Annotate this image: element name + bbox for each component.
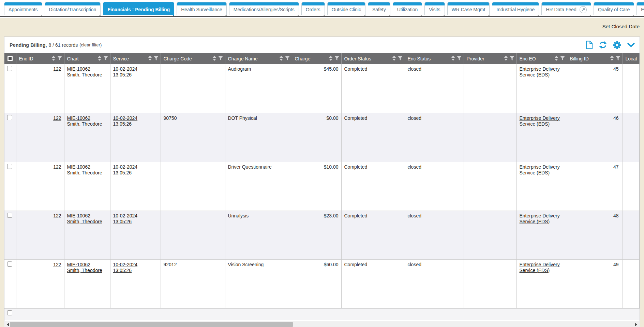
filter-icon[interactable] — [616, 56, 620, 61]
tab-medications-allergies-scripts[interactable]: Medications/Allergies/Scripts — [229, 2, 299, 15]
refresh-icon[interactable] — [599, 41, 607, 49]
tab-health-surveillance[interactable]: Health Surveillance — [177, 2, 227, 15]
row-checkbox[interactable] — [7, 164, 12, 169]
filter-icon[interactable] — [334, 56, 339, 61]
col-header-charge-name[interactable]: Charge Name — [225, 53, 292, 64]
col-header-provider[interactable]: Provider — [464, 53, 516, 64]
enc-id-link[interactable]: 122 — [53, 262, 61, 267]
filter-icon[interactable] — [560, 56, 565, 61]
service-time-link[interactable]: 13:05:26 — [113, 121, 158, 127]
service-date-link[interactable]: 10-02-2024 — [113, 262, 158, 268]
tab-outside-clinic[interactable]: Outside Clinic — [327, 2, 365, 15]
set-closed-date-link[interactable]: Set Closed Date — [602, 24, 640, 29]
tab-quality-of-care[interactable]: Quality of Care — [594, 2, 634, 15]
service-date-link[interactable]: 10-02-2024 — [113, 66, 158, 72]
filter-icon[interactable] — [103, 56, 108, 61]
sort-icon[interactable] — [504, 56, 508, 62]
scrollbar-thumb[interactable] — [10, 322, 293, 327]
service-date-link[interactable]: 10-02-2024 — [113, 213, 158, 219]
col-header-service[interactable]: Service — [110, 53, 161, 64]
sort-icon[interactable] — [51, 56, 56, 62]
col-header-billing-id[interactable]: Billing ID — [567, 53, 623, 64]
chart-id-link[interactable]: MIE-10062 — [67, 164, 107, 170]
sort-icon[interactable] — [392, 56, 396, 62]
tab-utilization[interactable]: Utilization — [393, 2, 422, 15]
service-date-link[interactable]: 10-02-2024 — [113, 115, 158, 121]
sort-icon[interactable] — [329, 56, 333, 62]
chart-id-link[interactable]: MIE-10062 — [67, 66, 107, 72]
row-checkbox[interactable] — [7, 310, 12, 315]
chevron-down-icon[interactable] — [627, 43, 635, 47]
chart-name-link[interactable]: Smith, Theodore — [67, 219, 107, 225]
enc-id-link[interactable]: 122 — [53, 213, 61, 218]
filter-icon[interactable] — [154, 56, 159, 61]
new-document-icon[interactable] — [586, 41, 593, 49]
enc-id-link[interactable]: 122 — [53, 66, 61, 72]
enc-eo-link[interactable]: Enterprise Delivery Service (EDS) — [520, 115, 560, 127]
chart-id-link[interactable]: MIE-10062 — [67, 115, 107, 121]
filter-icon[interactable] — [285, 56, 290, 61]
tab-dictation-transcription[interactable]: Dictation/Transcription — [45, 2, 101, 15]
tab-industrial-hygiene[interactable]: Industrial Hygiene — [492, 2, 539, 15]
col-header-select-all[interactable] — [4, 53, 16, 64]
chart-name-link[interactable]: Smith, Theodore — [67, 268, 107, 273]
tab-label: Appointments — [9, 7, 38, 12]
enc-eo-link[interactable]: Enterprise Delivery Service (EDS) — [520, 262, 560, 273]
horizontal-scrollbar[interactable] — [5, 322, 639, 327]
scroll-right-arrow[interactable] — [635, 323, 637, 326]
col-header-order-status[interactable]: Order Status — [341, 53, 405, 64]
tab-appointments[interactable]: Appointments — [4, 2, 42, 15]
filter-icon[interactable] — [510, 56, 514, 61]
filter-icon[interactable] — [457, 56, 462, 61]
enc-eo-link[interactable]: Enterprise Delivery Service (EDS) — [520, 213, 560, 224]
scroll-left-arrow[interactable] — [7, 323, 9, 326]
tab-hr-data-feed[interactable]: HR Data Feed — [541, 2, 591, 15]
enc-eo-link[interactable]: Enterprise Delivery Service (EDS) — [520, 66, 560, 77]
chart-name-link[interactable]: Smith, Theodore — [67, 72, 107, 78]
col-header-enc-eo[interactable]: Enc EO — [516, 53, 567, 64]
enc-id-link[interactable]: 122 — [53, 164, 61, 170]
chart-id-link[interactable]: MIE-10062 — [67, 213, 107, 219]
row-checkbox[interactable] — [7, 261, 12, 267]
col-header-enc-status[interactable]: Enc Status — [405, 53, 464, 64]
chart-name-link[interactable]: Smith, Theodore — [67, 170, 107, 176]
tab-safety[interactable]: Safety — [368, 2, 390, 15]
sort-icon[interactable] — [148, 56, 152, 62]
service-time-link[interactable]: 13:05:26 — [113, 170, 158, 176]
filter-icon[interactable] — [57, 56, 62, 61]
sort-icon[interactable] — [279, 56, 283, 62]
row-checkbox[interactable] — [7, 213, 12, 218]
tab-financials-pending-billing[interactable]: Financials : Pending Billing — [103, 2, 174, 15]
row-checkbox[interactable] — [7, 115, 12, 120]
row-checkbox[interactable] — [7, 66, 12, 71]
external-link-icon — [580, 6, 587, 13]
enc-id-link[interactable]: 122 — [53, 115, 61, 121]
sort-icon[interactable] — [451, 56, 455, 62]
sort-icon[interactable] — [212, 56, 216, 62]
col-header-chart[interactable]: Chart — [64, 53, 110, 64]
service-time-link[interactable]: 13:05:26 — [113, 219, 158, 225]
chart-name-link[interactable]: Smith, Theodore — [67, 121, 107, 127]
clear-filter-link[interactable]: clear filter — [81, 42, 100, 47]
sort-icon[interactable] — [554, 56, 558, 62]
tab-label: Industrial Hygiene — [496, 7, 535, 12]
tab-visits[interactable]: Visits — [424, 2, 445, 15]
service-time-link[interactable]: 13:05:26 — [113, 72, 158, 78]
enc-eo-link[interactable]: Enterprise Delivery Service (EDS) — [520, 164, 560, 175]
filter-icon[interactable] — [218, 56, 223, 61]
service-date-link[interactable]: 10-02-2024 — [113, 164, 158, 170]
col-header-enc-id[interactable]: Enc ID — [16, 53, 64, 64]
col-header-location[interactable]: Location — [623, 53, 640, 64]
col-header-charge[interactable]: Charge — [292, 53, 341, 64]
col-header-charge-code[interactable]: Charge Code — [161, 53, 225, 64]
tab-orders[interactable]: Orders — [301, 2, 325, 15]
select-all-checkbox[interactable] — [8, 56, 13, 61]
filter-icon[interactable] — [398, 56, 403, 61]
chart-id-link[interactable]: MIE-10062 — [67, 262, 107, 268]
tab-wr-case-mgmt[interactable]: WR Case Mgmt — [447, 2, 490, 15]
gear-icon[interactable] — [613, 41, 621, 49]
tab-executive-dashboard[interactable]: Executive Dashboard — [636, 2, 644, 15]
service-time-link[interactable]: 13:05:26 — [113, 268, 158, 273]
sort-icon[interactable] — [610, 56, 614, 62]
sort-icon[interactable] — [98, 56, 102, 62]
